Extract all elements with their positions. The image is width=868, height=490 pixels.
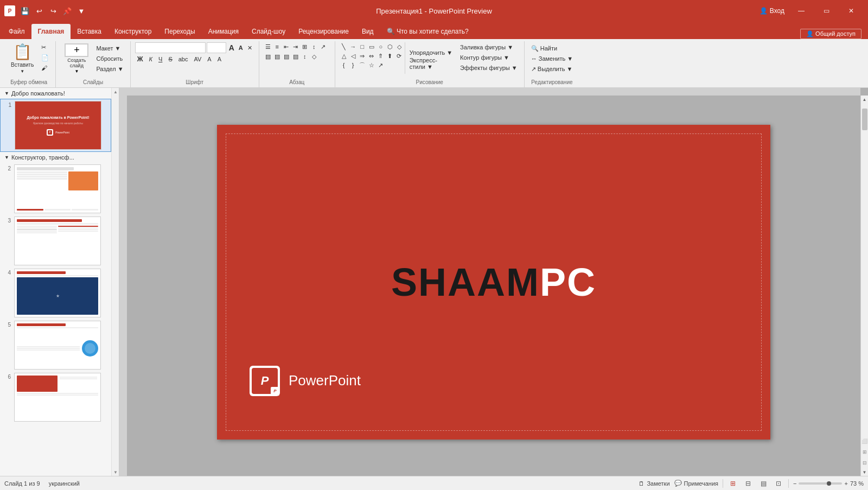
tab-slideshow[interactable]: Слайд-шоу bbox=[245, 24, 292, 39]
new-slide-button[interactable]: + Создатьслайд ▼ bbox=[60, 42, 93, 74]
panel-scroll-down[interactable]: ▼ bbox=[112, 468, 119, 476]
increase-font-button[interactable]: A bbox=[227, 43, 236, 52]
view-slideshow-button[interactable]: ⊡ bbox=[773, 478, 784, 489]
reset-button[interactable]: Сбросить bbox=[94, 54, 125, 63]
zoom-in-button[interactable]: + bbox=[844, 480, 847, 487]
shape7-tool[interactable]: ◇ bbox=[395, 42, 404, 51]
shape6-tool[interactable]: ⬡ bbox=[386, 42, 394, 51]
undo-button[interactable]: ↩ bbox=[34, 5, 44, 16]
fill-button[interactable]: Заливка фигуры ▼ bbox=[458, 42, 520, 52]
arrange-button[interactable]: Упорядочить ▼ bbox=[407, 48, 455, 58]
tab-design[interactable]: Конструктор bbox=[108, 24, 158, 39]
text-direction[interactable]: ↕ bbox=[301, 52, 309, 61]
share-button[interactable]: 👤 Общий доступ bbox=[800, 29, 861, 39]
paragraph-dialog[interactable]: ↗ bbox=[319, 42, 328, 51]
slide-item-2[interactable]: 2 bbox=[0, 163, 111, 215]
cut-button[interactable]: ✂ bbox=[39, 42, 51, 52]
save-button[interactable]: 💾 bbox=[20, 5, 30, 16]
tab-view[interactable]: Вид bbox=[355, 24, 380, 39]
bullets-button[interactable]: ☰ bbox=[264, 42, 272, 51]
slide-item-3[interactable]: 3 bbox=[0, 215, 111, 267]
zoom-level[interactable]: 73 % bbox=[850, 480, 864, 487]
view-reading-button[interactable]: ▤ bbox=[758, 478, 769, 489]
section-header-2[interactable]: ▼ Конструктор, трансф... bbox=[0, 152, 111, 163]
panel-scroll-track[interactable] bbox=[112, 96, 119, 468]
close-button[interactable]: ✕ bbox=[839, 0, 864, 22]
slide-item-5[interactable]: 5 bbox=[0, 319, 111, 371]
arrow2-tool[interactable]: ⇒ bbox=[358, 52, 367, 60]
tab-insert[interactable]: Вставка bbox=[71, 24, 108, 39]
slide-item-6[interactable]: 6 bbox=[0, 371, 111, 423]
zoom-control[interactable]: − + 73 % bbox=[793, 480, 864, 487]
font-name-input[interactable] bbox=[135, 42, 206, 53]
notes-button[interactable]: 🗒 Заметки bbox=[639, 480, 669, 487]
copy-button[interactable]: 📄 bbox=[39, 53, 51, 62]
main-slide[interactable]: SHAAMPC P P PowerPoint bbox=[217, 125, 770, 440]
format-painter-button[interactable]: 🖌 bbox=[39, 63, 51, 73]
section-button[interactable]: Раздел ▼ bbox=[94, 64, 125, 74]
clear-format-button[interactable]: ✕ bbox=[246, 43, 254, 52]
scroll-btn-3[interactable]: ⊟ bbox=[863, 460, 867, 466]
sign-in-button[interactable]: 👤 Вход bbox=[760, 7, 784, 15]
tab-animations[interactable]: Анимация bbox=[202, 24, 245, 39]
font-size-input[interactable] bbox=[207, 42, 226, 53]
scroll-thumb[interactable] bbox=[862, 109, 867, 130]
rounded-rect-tool[interactable]: ▭ bbox=[367, 42, 376, 51]
scroll-btn-1[interactable]: ⬜ bbox=[861, 438, 867, 444]
view-normal-button[interactable]: ⊞ bbox=[727, 478, 738, 489]
textcolor-button[interactable]: A bbox=[215, 54, 224, 64]
doublearrow-tool[interactable]: ⇔ bbox=[367, 52, 376, 60]
shape11[interactable]: ☆ bbox=[367, 61, 376, 69]
tab-home[interactable]: Главная bbox=[31, 24, 71, 39]
zoom-out-button[interactable]: − bbox=[793, 480, 796, 487]
leftarrow-tool[interactable]: ⬆ bbox=[386, 52, 394, 60]
strikethrough-button[interactable]: S bbox=[166, 54, 174, 64]
smart-art[interactable]: ◇ bbox=[310, 52, 318, 61]
fontcolor-button[interactable]: А bbox=[205, 54, 213, 64]
shape10[interactable]: ⌒ bbox=[358, 61, 367, 69]
triangle-tool[interactable]: △ bbox=[340, 52, 348, 60]
slide-item-4[interactable]: 4 ★ bbox=[0, 267, 111, 319]
minimize-button[interactable]: — bbox=[789, 0, 814, 22]
decrease-font-button[interactable]: A bbox=[237, 43, 245, 52]
canvas-scrollbar-right[interactable]: ▲ ⬜ ⊞ ⊟ ▼ bbox=[860, 96, 868, 476]
align-left[interactable]: ▤ bbox=[264, 52, 272, 61]
italic-button[interactable]: К bbox=[147, 54, 155, 64]
align-center[interactable]: ▤ bbox=[273, 52, 282, 61]
arrow-tool[interactable]: → bbox=[349, 42, 358, 51]
section-header-1[interactable]: ▼ Добро пожаловать! bbox=[0, 88, 111, 99]
zoom-slider[interactable] bbox=[799, 482, 842, 485]
shadow-button[interactable]: abc bbox=[176, 54, 190, 64]
bold-button[interactable]: Ж bbox=[135, 54, 145, 64]
slide-item-1[interactable]: 1 Добро пожаловать в PowerPoint! Краткое… bbox=[0, 99, 111, 152]
shape8[interactable]: { bbox=[340, 61, 348, 69]
scroll-track[interactable] bbox=[861, 103, 868, 436]
comments-button[interactable]: 💬 Примечания bbox=[674, 480, 719, 487]
line-tool[interactable]: ╲ bbox=[340, 42, 348, 51]
outline-button[interactable]: Контур фигуры ▼ bbox=[458, 53, 520, 62]
view-slide-sorter-button[interactable]: ⊟ bbox=[743, 478, 754, 489]
tab-help-search[interactable]: 🔍 Что вы хотите сделать? bbox=[380, 24, 475, 39]
maximize-button[interactable]: ▭ bbox=[814, 0, 839, 22]
layout-button[interactable]: Макет ▼ bbox=[94, 43, 125, 53]
pin-button[interactable]: 📌 bbox=[62, 5, 73, 16]
line-spacing[interactable]: ↕ bbox=[310, 42, 318, 51]
scroll-up-arrow[interactable]: ▲ bbox=[861, 96, 869, 103]
shape12[interactable]: ↗ bbox=[376, 61, 385, 69]
rect-tool[interactable]: □ bbox=[358, 42, 367, 51]
decrease-indent[interactable]: ⇤ bbox=[282, 42, 291, 51]
rtriangle-tool[interactable]: ◁ bbox=[349, 52, 358, 60]
redo-button[interactable]: ↪ bbox=[48, 5, 59, 16]
tab-review[interactable]: Рецензирование bbox=[292, 24, 355, 39]
quick-styles-button[interactable]: Экспресс-стили ▼ bbox=[407, 59, 455, 68]
scroll-down-arrow[interactable]: ▼ bbox=[861, 468, 869, 476]
numbering-button[interactable]: ≡ bbox=[273, 42, 282, 51]
kerning-button[interactable]: AV bbox=[192, 54, 203, 64]
tab-file[interactable]: Файл bbox=[2, 24, 31, 39]
uarrow-tool[interactable]: ⇑ bbox=[376, 52, 385, 60]
find-button[interactable]: 🔍 Найти bbox=[529, 43, 575, 53]
align-right[interactable]: ▤ bbox=[282, 52, 291, 61]
effects-button[interactable]: Эффекты фигуры ▼ bbox=[458, 63, 520, 73]
shape9[interactable]: } bbox=[349, 61, 358, 69]
increase-indent[interactable]: ⇥ bbox=[291, 42, 300, 51]
